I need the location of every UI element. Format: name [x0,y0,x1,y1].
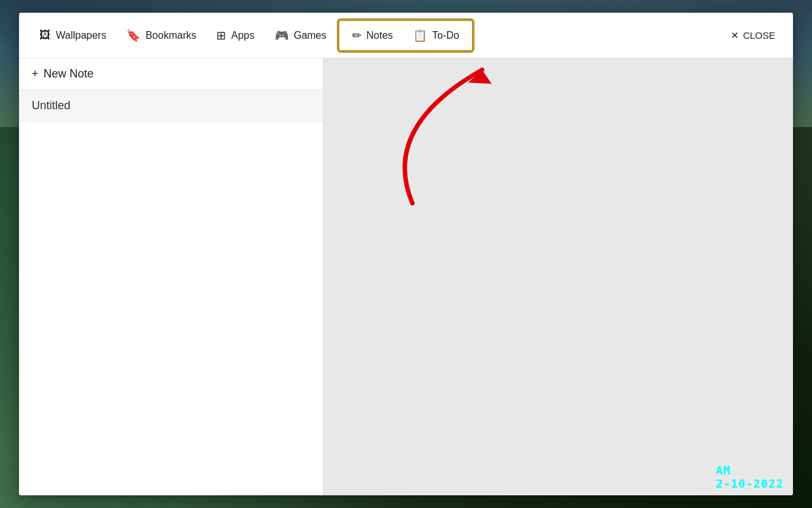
nav-label-wallpapers: Wallpapers [56,30,106,41]
clock-date: 2-10-2022 [716,477,783,490]
nav-label-games: Games [294,30,327,41]
app-window: 🖼 Wallpapers 🔖 Bookmarks ⊞ Apps 🎮 Games … [19,13,793,495]
nav-item-apps[interactable]: ⊞ Apps [206,23,264,48]
clock-display: AM 2-10-2022 [716,464,783,490]
apps-icon: ⊞ [216,29,226,43]
close-label: CLOSE [743,30,775,41]
nav-label-apps: Apps [231,30,254,41]
nav-label-bookmarks: Bookmarks [145,30,196,41]
new-note-label: New Note [44,67,94,81]
new-note-button[interactable]: + New Note [19,58,323,90]
nav-item-wallpapers[interactable]: 🖼 Wallpapers [29,23,116,47]
note-item-untitled[interactable]: Untitled [19,90,323,122]
wallpapers-icon: 🖼 [39,29,51,42]
editor-area[interactable] [324,58,793,495]
nav-bar: 🖼 Wallpapers 🔖 Bookmarks ⊞ Apps 🎮 Games … [19,13,793,58]
nav-label-notes: Notes [367,30,393,41]
nav-item-notes[interactable]: ✏ Notes [342,23,403,48]
nav-item-todo[interactable]: 📋 To-Do [403,23,469,48]
close-icon: ✕ [731,30,739,41]
close-button[interactable]: ✕ CLOSE [723,25,783,46]
todo-icon: 📋 [413,29,427,43]
note-title: Untitled [32,99,70,112]
nav-item-bookmarks[interactable]: 🔖 Bookmarks [116,23,206,48]
games-icon: 🎮 [275,29,289,43]
nav-highlight-box: ✏ Notes 📋 To-Do [337,18,475,53]
nav-item-games[interactable]: 🎮 Games [265,23,337,48]
new-note-plus: + [32,67,39,81]
content-area: + New Note Untitled [19,58,793,495]
bookmarks-icon: 🔖 [126,29,140,43]
nav-label-todo: To-Do [432,30,459,41]
sidebar: + New Note Untitled [19,58,324,495]
clock-time: AM [716,464,783,477]
notes-icon: ✏ [352,29,362,43]
